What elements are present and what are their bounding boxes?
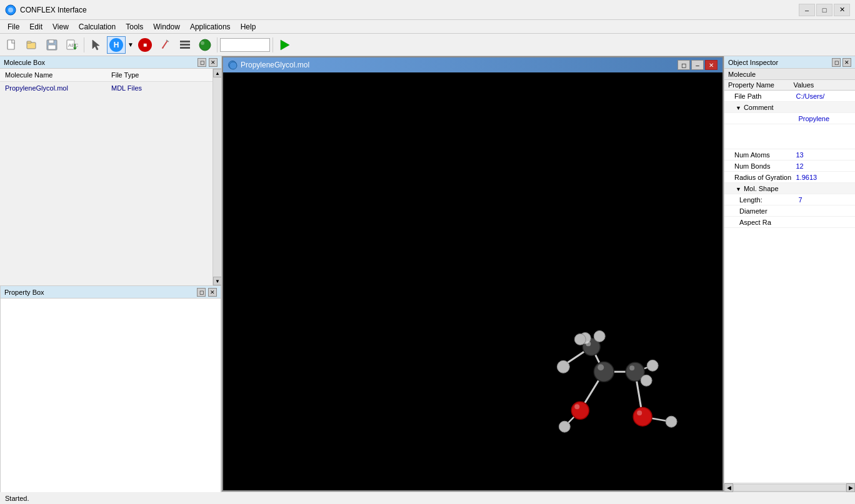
property-box-body xyxy=(1,299,221,492)
inspector-row-diameter[interactable]: Diameter xyxy=(724,205,855,217)
molecule-table-row[interactable]: PropyleneGlycol.mol MDL Files xyxy=(0,82,212,94)
mol-win-minimize[interactable]: – xyxy=(691,60,704,70)
property-box-close[interactable]: ✕ xyxy=(208,288,217,297)
list-button[interactable] xyxy=(176,36,194,54)
property-box-restore[interactable]: ◻ xyxy=(197,288,206,297)
svg-point-1 xyxy=(8,7,13,12)
svg-marker-12 xyxy=(92,40,99,50)
svg-point-46 xyxy=(633,407,652,426)
inspector-row-numbonds[interactable]: Num Bonds 12 xyxy=(724,161,855,172)
inspector-val-numatoms: 13 xyxy=(794,151,856,159)
molecule-viewport[interactable] xyxy=(223,72,722,490)
menu-applications[interactable]: Applications xyxy=(185,21,236,32)
pen-button[interactable] xyxy=(156,36,174,54)
mol-win-restore[interactable]: ◻ xyxy=(678,60,690,70)
molecule-box-close[interactable]: ✕ xyxy=(209,58,218,67)
svg-rect-16 xyxy=(180,41,190,42)
inspector-prop-molshape: ▼Mol. Shape xyxy=(724,185,794,192)
menu-tools[interactable]: Tools xyxy=(121,21,148,32)
h-scroll-left-btn[interactable]: ◀ xyxy=(724,483,733,492)
svg-point-49 xyxy=(598,364,604,370)
menu-calculation[interactable]: Calculation xyxy=(74,21,121,32)
menu-help[interactable]: Help xyxy=(236,21,261,32)
app-icon xyxy=(5,4,16,16)
molecule-button[interactable] xyxy=(196,36,214,54)
molecule-row-type: MDL Files xyxy=(106,83,212,93)
svg-point-40 xyxy=(574,334,586,345)
svg-point-36 xyxy=(557,360,569,373)
mol-win-close[interactable]: ✕ xyxy=(705,60,718,70)
open-button[interactable] xyxy=(22,36,41,54)
stop-button[interactable]: ■ xyxy=(136,36,154,54)
toolbar-sep-2 xyxy=(217,37,218,52)
select-button[interactable] xyxy=(87,36,106,54)
inspector-row-aspectratio[interactable]: Aspect Ra xyxy=(724,217,855,228)
scroll-down-btn[interactable]: ▼ xyxy=(213,277,221,285)
scroll-up-btn[interactable]: ▲ xyxy=(213,69,221,77)
run-button[interactable] xyxy=(276,36,294,54)
main-layout: Molecule Box ◻ ✕ Molecule Name File Type… xyxy=(0,56,855,492)
svg-point-50 xyxy=(629,365,634,370)
molecule-row-name: PropyleneGlycol.mol xyxy=(0,83,106,93)
inspector-prop-numatoms: Num Atoms xyxy=(724,151,794,159)
svg-text:ABC: ABC xyxy=(68,42,78,48)
scroll-thumb[interactable] xyxy=(213,77,221,277)
svg-point-42 xyxy=(641,375,652,386)
expand-comment-icon: ▼ xyxy=(736,105,741,111)
inspector-section: Molecule xyxy=(728,71,756,78)
menu-edit[interactable]: Edit xyxy=(24,21,48,32)
inspector-subheader: Molecule xyxy=(724,69,855,80)
menu-bar: File Edit View Calculation Tools Window … xyxy=(0,20,855,34)
import-button[interactable]: ABC xyxy=(62,36,81,54)
hydrogen-button[interactable]: H xyxy=(107,36,126,54)
molecule-window: PropyleneGlycol.mol ◻ – ✕ xyxy=(222,56,724,492)
molecule-table-header: Molecule Name File Type xyxy=(0,69,212,82)
molecule-box-restore[interactable]: ◻ xyxy=(198,58,206,67)
inspector-row-numatoms[interactable]: Num Atoms 13 xyxy=(724,149,855,161)
property-box: Property Box ◻ ✕ xyxy=(0,285,221,492)
svg-marker-21 xyxy=(281,40,289,50)
molecule-box-controls: ◻ ✕ xyxy=(198,58,218,67)
inspector-val-comment-val: Propylene xyxy=(796,115,856,122)
inspector-columns: Property Name Values xyxy=(724,80,855,91)
svg-point-47 xyxy=(666,416,677,427)
molecule-box-scrollbar[interactable]: ▲ ▼ xyxy=(212,69,221,285)
save-button[interactable] xyxy=(42,36,61,54)
inspector-row-filepath[interactable]: File Path C:/Users/ xyxy=(724,91,855,102)
inspector-row-radius[interactable]: Radius of Gyration 1.9613 xyxy=(724,172,855,183)
svg-point-44 xyxy=(571,402,589,419)
minimize-button[interactable]: – xyxy=(799,4,815,16)
h-scroll-right-btn[interactable]: ▶ xyxy=(846,483,855,492)
molecule-box-title: Molecule Box xyxy=(4,59,45,66)
inspector-close[interactable]: ✕ xyxy=(842,58,851,67)
svg-rect-6 xyxy=(49,40,54,43)
menu-view[interactable]: View xyxy=(48,21,74,32)
inspector-prop-diameter: Diameter xyxy=(724,207,796,215)
svg-rect-2 xyxy=(8,40,14,49)
inspector-title: Object Inspector xyxy=(728,59,778,66)
molecule-window-title-left: PropyleneGlycol.mol xyxy=(228,61,309,69)
new-button[interactable] xyxy=(2,36,21,54)
menu-window[interactable]: Window xyxy=(148,21,185,32)
status-bar: Started. xyxy=(0,492,855,504)
svg-line-13 xyxy=(162,41,168,48)
menu-file[interactable]: File xyxy=(2,21,24,32)
object-inspector: Object Inspector ◻ ✕ Molecule Property N… xyxy=(724,56,855,492)
inspector-row-molshape[interactable]: ▼Mol. Shape xyxy=(724,183,855,194)
center-panel: PropyleneGlycol.mol ◻ – ✕ xyxy=(222,56,724,492)
property-box-controls: ◻ ✕ xyxy=(197,288,217,297)
inspector-restore[interactable]: ◻ xyxy=(832,58,841,67)
maximize-button[interactable]: □ xyxy=(816,4,832,16)
svg-point-22 xyxy=(229,62,237,69)
inspector-row-length[interactable]: Length: 7 xyxy=(724,194,855,205)
inspector-row-comment[interactable]: ▼Comment xyxy=(724,102,855,113)
left-panel: Molecule Box ◻ ✕ Molecule Name File Type… xyxy=(0,56,222,492)
molecule-window-icon xyxy=(228,61,237,69)
h-scrollbar[interactable] xyxy=(733,484,846,492)
title-bar-controls: – □ ✕ xyxy=(799,4,850,16)
inspector-col-values: Values xyxy=(790,81,856,89)
toolbar-search-input[interactable] xyxy=(220,38,270,52)
inspector-row-comment-val[interactable]: Propylene xyxy=(724,113,855,124)
close-button[interactable]: ✕ xyxy=(834,4,850,16)
expand-molshape-icon: ▼ xyxy=(736,186,741,192)
